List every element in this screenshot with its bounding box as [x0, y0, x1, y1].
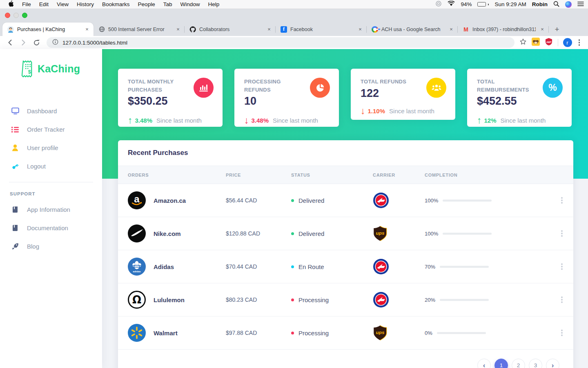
menubar-item-file[interactable]: File — [18, 1, 35, 7]
nike-logo — [128, 224, 146, 242]
back-button[interactable] — [5, 37, 16, 48]
order-status: Delivered — [298, 197, 324, 204]
menubar-item-help[interactable]: Help — [204, 1, 223, 7]
tab-close-icon[interactable]: × — [84, 26, 90, 33]
github-favicon — [189, 26, 196, 33]
tab-gmail-inbox[interactable]: M Inbox (397) - robindhillon3111 × — [458, 22, 549, 36]
progress-bar — [443, 200, 492, 202]
toolbar-separator — [558, 39, 558, 46]
url-text[interactable]: 127.0.0.1:5000/tables.html — [62, 40, 127, 46]
extension-adblock-icon[interactable]: ABP — [545, 38, 553, 47]
tab-title: Collaborators — [199, 27, 263, 32]
sidebar-item-app-information[interactable]: App Information — [0, 200, 102, 219]
amazon-logo: a — [128, 191, 146, 209]
tab-facebook[interactable]: f Facebook × — [276, 22, 367, 36]
canada-post-logo — [373, 258, 389, 275]
tab-purchases-kaching[interactable]: Purchases | KaChing × — [2, 22, 94, 36]
menubar-item-bookmarks[interactable]: Bookmarks — [98, 1, 134, 7]
progress-bar — [443, 233, 492, 235]
tab-close-icon[interactable]: × — [175, 26, 181, 33]
row-menu-icon[interactable] — [550, 230, 573, 237]
stat-title: TOTAL MONTHLY PURCHASES — [128, 78, 189, 94]
row-menu-icon[interactable] — [550, 330, 573, 336]
sidebar-item-label: User profile — [27, 144, 58, 151]
svg-text:Ω: Ω — [132, 294, 141, 306]
pagination-page-2[interactable]: 2 — [512, 359, 525, 368]
tab-close-icon[interactable]: × — [357, 26, 363, 33]
users-icon — [426, 78, 446, 98]
menubar-item-tab[interactable]: Tab — [159, 1, 176, 7]
sidebar-item-dashboard[interactable]: Dashboard — [0, 102, 102, 120]
menubar-item-people[interactable]: People — [134, 1, 159, 7]
pagination-page-3[interactable]: 3 — [529, 359, 542, 368]
macos-menubar: Chrome File Edit View History Bookmarks … — [0, 0, 588, 9]
page-info-icon[interactable] — [52, 39, 58, 47]
table-row[interactable]: Nike.com $120.88 CAD Delivered ups 100% — [118, 217, 573, 250]
table-row[interactable]: Walmart $97.88 CAD Processing ups 0% — [118, 316, 573, 350]
chrome-menu-icon[interactable] — [577, 39, 582, 46]
tab-close-icon[interactable]: × — [539, 26, 546, 33]
window-close-button[interactable] — [5, 13, 10, 18]
table-row[interactable]: a Amazon.ca $56.44 CAD Delivered — [118, 184, 573, 217]
row-menu-icon[interactable] — [550, 197, 573, 204]
svg-text:ups: ups — [376, 230, 385, 236]
table-header-row: ORDERS PRICE STATUS CARRIER COMPLETION — [118, 166, 573, 184]
progress-bar — [440, 266, 489, 268]
canada-post-logo — [373, 192, 389, 209]
globe-favicon — [98, 26, 105, 33]
sidebar-item-blog[interactable]: Blog — [0, 237, 102, 256]
window-zoom-button[interactable] — [22, 13, 27, 18]
chrome-profile-avatar[interactable]: r — [563, 38, 572, 47]
forward-button[interactable] — [18, 37, 29, 48]
bookmark-star-icon[interactable] — [519, 38, 527, 47]
tab-close-icon[interactable]: × — [266, 26, 272, 33]
bar-chart-icon — [194, 78, 214, 98]
row-menu-icon[interactable] — [550, 263, 573, 270]
sidebar-item-order-tracker[interactable]: Order Tracker — [0, 120, 102, 139]
canada-post-logo — [373, 292, 389, 308]
tab-close-icon[interactable]: × — [448, 26, 454, 33]
row-menu-icon[interactable] — [550, 296, 573, 303]
menubar-item-view[interactable]: View — [53, 1, 73, 7]
table-row[interactable]: adidas Adidas $70.44 CAD En Route 70% — [118, 250, 573, 283]
reload-button[interactable] — [31, 37, 42, 48]
receipt-icon: $ — [21, 60, 35, 78]
menubar-item-history[interactable]: History — [73, 1, 98, 7]
menubar-user[interactable]: Robin — [532, 1, 548, 7]
screen-record-status-icon[interactable] — [435, 0, 442, 8]
table-row[interactable]: Ω Lululemon $80.23 CAD Processing 20% — [118, 283, 573, 316]
notification-center-icon[interactable] — [577, 1, 584, 8]
pagination-next-button[interactable]: › — [546, 359, 559, 368]
siri-icon[interactable] — [565, 1, 572, 8]
sidebar-item-logout[interactable]: Logout — [0, 157, 102, 175]
tab-collaborators[interactable]: Collaborators × — [185, 22, 276, 36]
tab-google-search[interactable]: ACH usa - Google Search × — [367, 22, 458, 36]
apple-menu-icon[interactable] — [4, 0, 18, 8]
pagination-prev-button[interactable]: ‹ — [477, 359, 491, 368]
extension-monkey-icon[interactable] — [532, 38, 540, 47]
person-icon — [11, 144, 19, 151]
order-status: Processing — [298, 296, 329, 303]
list-icon — [11, 126, 19, 133]
spotlight-search-icon[interactable] — [553, 1, 559, 8]
sidebar-nav: Dashboard Order Tracker User profile — [0, 102, 102, 175]
new-tab-button[interactable]: + — [551, 24, 563, 35]
stat-card-total-refunds: TOTAL REFUNDS 122 ↓ 1.10% Since last mon… — [351, 69, 455, 120]
menubar-item-edit[interactable]: Edit — [35, 1, 53, 7]
menubar-clock[interactable]: Sun 9:29 AM — [494, 1, 526, 7]
window-minimize-button[interactable] — [13, 13, 19, 18]
status-dot — [291, 332, 294, 334]
wifi-icon[interactable] — [448, 1, 455, 8]
tab-500-error[interactable]: 500 Internal Server Error × — [94, 22, 185, 36]
main-content: TOTAL MONTHLY PURCHASES $350.25 ↑ 3.48% … — [102, 49, 588, 368]
up-arrow-icon: ↑ — [477, 116, 482, 125]
pagination-page-1[interactable]: 1 — [494, 359, 508, 368]
tab-title: Purchases | KaChing — [17, 27, 80, 32]
column-header-orders: ORDERS — [128, 173, 226, 177]
battery-icon[interactable] — [477, 2, 489, 7]
sidebar-item-documentation[interactable]: Documentation — [0, 219, 102, 237]
stat-delta-caption: Since last month — [273, 117, 318, 124]
menubar-item-window[interactable]: Window — [176, 1, 204, 7]
sidebar-item-user-profile[interactable]: User profile — [0, 139, 102, 157]
url-bar[interactable]: 127.0.0.1:5000/tables.html — [47, 37, 514, 48]
